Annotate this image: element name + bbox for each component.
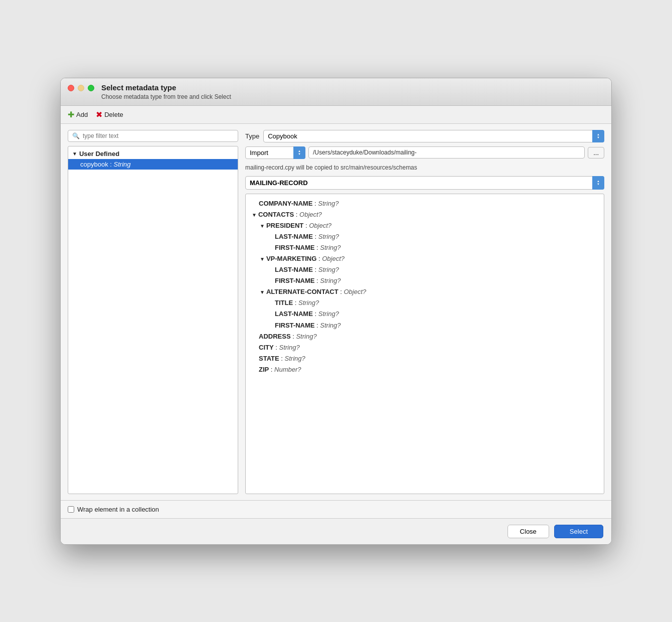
type-label: Type [245,132,259,140]
import-select-wrapper: Import [245,146,305,159]
close-button[interactable]: Close [508,525,549,538]
field-type: String? [285,355,305,362]
search-box: 🔍 [68,130,238,142]
copy-notice: mailing-record.cpy will be copied to src… [245,163,604,172]
field-name: LAST-NAME [275,310,313,318]
tree-group: ▼ User Defined [68,148,238,159]
add-icon: ✚ [68,110,74,119]
import-row: Import ... [245,146,604,159]
chevron-icon: ▼ [260,256,265,262]
field-name: LAST-NAME [275,266,313,273]
schema-item[interactable]: ▼CONTACTS : Object? [252,209,598,220]
browse-button[interactable]: ... [588,147,604,159]
traffic-lights [68,85,94,91]
field-name: PRESIDENT [266,222,303,229]
file-path-input[interactable] [308,146,585,159]
schema-item[interactable]: ▼PRESIDENT : Object? [252,220,598,231]
field-name: CONTACTS [258,211,294,218]
field-name: ADDRESS [259,333,291,340]
field-name: ZIP [259,366,269,373]
titlebar: Select metadata type Choose metadata typ… [61,78,611,106]
wrap-collection-label[interactable]: Wrap element in a collection [68,506,159,513]
schema-item[interactable]: TITLE : String? [252,297,598,308]
field-type: String? [296,333,316,340]
schema-item[interactable]: ZIP : Number? [252,364,598,375]
field-name: ALTERNATE-CONTACT [266,288,339,295]
left-panel: 🔍 ▼ User Defined copybook : String [68,130,238,494]
field-type: String? [279,344,300,351]
field-name: CITY [259,344,274,351]
field-name: STATE [259,355,279,362]
field-type: String? [320,244,341,251]
dialog-title: Select metadata type [101,83,604,92]
item-name: copybook [80,161,108,168]
field-type: Number? [274,366,301,373]
record-select-wrapper: MAILING-RECORD [245,176,604,190]
field-name: FIRST-NAME [275,322,314,329]
schema-item[interactable]: LAST-NAME : String? [252,308,598,320]
type-select-wrapper: Copybook [263,130,604,142]
close-traffic-light[interactable] [68,85,74,91]
chevron-icon: ▼ [252,212,257,218]
delete-button[interactable]: ✖ Delete [96,110,123,119]
schema-item[interactable]: ADDRESS : String? [252,331,598,342]
add-button[interactable]: ✚ Add [68,110,88,119]
schema-item[interactable]: COMPANY-NAME : String? [252,198,598,209]
schema-item[interactable]: FIRST-NAME : String? [252,242,598,253]
field-type: Object? [309,222,331,229]
schema-item[interactable]: LAST-NAME : String? [252,231,598,242]
field-type: String? [318,266,339,273]
field-type: String? [320,277,341,284]
schema-item[interactable]: CITY : String? [252,342,598,353]
field-name: VP-MARKETING [266,255,316,262]
content-area: 🔍 ▼ User Defined copybook : String [61,124,611,500]
field-type: String? [318,310,339,318]
toolbar: ✚ Add ✖ Delete [61,106,611,124]
schema-item[interactable]: FIRST-NAME : String? [252,320,598,331]
add-label: Add [76,111,88,118]
tree-group-label: User Defined [79,150,119,158]
minimize-traffic-light[interactable] [78,85,84,91]
schema-item[interactable]: FIRST-NAME : String? [252,275,598,286]
dialog-window: Select metadata type Choose metadata typ… [60,78,612,545]
delete-icon: ✖ [96,110,102,119]
record-select[interactable]: MAILING-RECORD [245,176,604,190]
tree-panel: ▼ User Defined copybook : String [68,146,238,494]
field-type: String? [298,299,319,306]
tree-item-copybook[interactable]: copybook : String [68,159,238,170]
type-select[interactable]: Copybook [263,130,604,142]
title-area: Select metadata type Choose metadata typ… [101,83,604,100]
schema-item[interactable]: STATE : String? [252,353,598,364]
wrap-collection-checkbox[interactable] [68,506,74,513]
schema-tree-panel: COMPANY-NAME : String?▼CONTACTS : Object… [245,194,604,494]
schema-item[interactable]: ▼ALTERNATE-CONTACT : Object? [252,286,598,297]
field-name: LAST-NAME [275,233,313,240]
wrap-collection-text: Wrap element in a collection [77,506,159,513]
search-icon: 🔍 [72,132,80,139]
group-chevron-icon: ▼ [72,151,77,157]
footer-area: Wrap element in a collection [61,500,611,518]
field-type: Object? [322,255,345,262]
schema-item[interactable]: ▼VP-MARKETING : Object? [252,253,598,264]
right-panel: Type Copybook Import ... mailing-record.… [245,130,604,494]
field-name: FIRST-NAME [275,277,314,284]
field-name: TITLE [275,299,293,306]
type-row: Type Copybook [245,130,604,142]
chevron-icon: ▼ [260,223,265,229]
tree-item-label: copybook : String [72,161,130,168]
search-input[interactable] [83,132,234,139]
chevron-icon: ▼ [260,289,265,295]
field-name: COMPANY-NAME [259,200,312,207]
field-type: String? [318,200,339,207]
field-name: FIRST-NAME [275,244,314,251]
field-type: String? [318,233,339,240]
delete-label: Delete [104,111,123,118]
maximize-traffic-light[interactable] [88,85,94,91]
dialog-subtitle: Choose metadata type from tree and click… [101,93,604,100]
field-type: String? [320,322,341,329]
select-button[interactable]: Select [554,525,603,538]
import-mode-select[interactable]: Import [245,146,305,159]
bottom-bar: Close Select [61,518,611,544]
schema-items-container: COMPANY-NAME : String?▼CONTACTS : Object… [252,198,598,376]
schema-item[interactable]: LAST-NAME : String? [252,264,598,275]
